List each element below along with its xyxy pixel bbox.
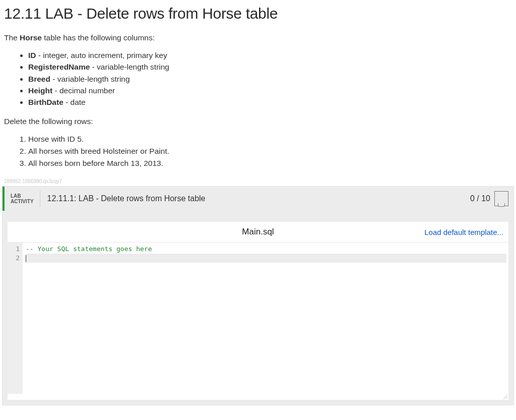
bookmark-icon[interactable] — [494, 191, 508, 206]
step-item: Horse with ID 5. — [28, 133, 512, 145]
intro-pre: The — [4, 33, 20, 42]
code-lines[interactable]: -- Your SQL statements goes here — [8, 243, 508, 265]
delete-intro: Delete the following rows: — [4, 117, 512, 126]
column-name: BirthDate — [28, 98, 63, 106]
column-name: ID — [28, 51, 36, 59]
intro-table-name: Horse — [20, 33, 42, 42]
svg-line-1 — [505, 397, 507, 399]
delete-steps: Horse with ID 5. All horses with breed H… — [4, 133, 512, 169]
resize-handle-icon[interactable] — [8, 394, 508, 400]
code-editor-wrap: Main.sql Load default template... 1 2 --… — [8, 222, 508, 400]
column-desc: - variable-length string — [50, 75, 130, 83]
intro-post: table has the following columns: — [42, 33, 155, 42]
line-number: 2 — [8, 254, 23, 263]
file-header: Main.sql Load default template... — [8, 222, 508, 243]
lab-score: 0 / 10 — [470, 194, 494, 203]
page-title: 12.11 LAB - Delete rows from Horse table — [4, 5, 512, 22]
column-item: BirthDate - date — [28, 96, 512, 108]
code-editor[interactable]: 1 2 -- Your SQL statements goes here — [8, 243, 508, 394]
svg-line-0 — [503, 395, 507, 399]
columns-list: ID - integer, auto increment, primary ke… — [4, 49, 512, 108]
load-default-template-link[interactable]: Load default template... — [424, 228, 503, 236]
column-name: Breed — [28, 75, 50, 83]
column-desc: - variable-length string — [90, 63, 169, 71]
line-number-gutter: 1 2 — [8, 243, 23, 394]
step-item: All horses born before March 13, 2013. — [28, 157, 512, 169]
column-desc: - decimal number — [52, 86, 115, 95]
lab-title: 12.11.1: LAB - Delete rows from Horse ta… — [40, 194, 470, 203]
column-desc: - integer, auto increment, primary key — [36, 51, 167, 59]
line-number: 1 — [8, 245, 23, 254]
code-line[interactable] — [26, 254, 506, 263]
filename: Main.sql — [242, 227, 274, 236]
text-cursor — [26, 255, 26, 262]
code-line[interactable]: -- Your SQL statements goes here — [26, 245, 506, 254]
lab-badge: LAB ACTIVITY — [5, 191, 40, 207]
lab-badge-line2: ACTIVITY — [11, 199, 34, 204]
column-name: Height — [28, 86, 52, 95]
lab-activity-box: LAB ACTIVITY 12.11.1: LAB - Delete rows … — [2, 186, 514, 405]
column-item: ID - integer, auto increment, primary ke… — [28, 49, 512, 61]
column-item: Breed - variable-length string — [28, 73, 512, 85]
lab-badge-line1: LAB — [11, 193, 34, 199]
column-item: RegisteredName - variable-length string — [28, 61, 512, 73]
code-comment: -- Your SQL statements goes here — [26, 245, 152, 253]
column-name: RegisteredName — [28, 63, 90, 71]
lab-header: LAB ACTIVITY 12.11.1: LAB - Delete rows … — [3, 187, 513, 211]
intro-text: The Horse table has the following column… — [4, 33, 512, 42]
column-item: Height - decimal number — [28, 85, 512, 96]
content-id: 289852.1856990.qx3zqy7 — [4, 178, 512, 184]
step-item: All horses with breed Holsteiner or Pain… — [28, 145, 512, 157]
column-desc: - date — [63, 98, 86, 106]
